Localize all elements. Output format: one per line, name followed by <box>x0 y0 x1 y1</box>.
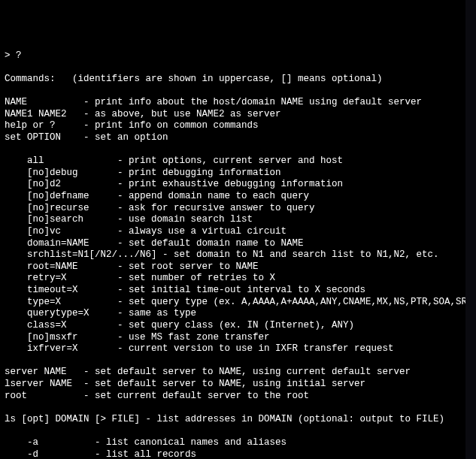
commands-list-2: server NAME - set default server to NAME… <box>5 367 471 402</box>
help-row: [no]defname - append domain name to each… <box>5 191 471 203</box>
help-row: all - print options, current server and … <box>5 156 471 168</box>
scrollbar[interactable] <box>465 0 476 459</box>
help-row: class=X - set query class (ex. IN (Inter… <box>5 320 471 332</box>
ls-options-list: -a - list canonical names and aliases -d… <box>5 437 471 459</box>
help-row: server NAME - set default server to NAME… <box>5 367 471 379</box>
help-row: NAME1 NAME2 - as above, but use NAME2 as… <box>5 109 471 121</box>
help-row: [no]vc - always use a virtual circuit <box>5 226 471 238</box>
commands-header: Commands: (identifiers are shown in uppe… <box>5 74 471 86</box>
help-row: -a - list canonical names and aliases <box>5 437 471 449</box>
prompt-help: > ? <box>5 50 471 62</box>
help-row: [no]d2 - print exhaustive debugging info… <box>5 179 471 191</box>
help-row: [no]debug - print debugging information <box>5 168 471 180</box>
options-list: all - print options, current server and … <box>5 156 471 355</box>
help-row: srchlist=N1[/N2/.../N6] - set domain to … <box>5 249 471 261</box>
help-row: set OPTION - set an option <box>5 132 471 144</box>
help-row: NAME - print info about the host/domain … <box>5 97 471 109</box>
commands-list: NAME - print info about the host/domain … <box>5 97 471 144</box>
help-row: -d - list all records <box>5 449 471 459</box>
help-row: type=X - set query type (ex. A,AAAA,A+AA… <box>5 297 471 309</box>
help-row: [no]recurse - ask for recursive answer t… <box>5 203 471 215</box>
help-row: help or ? - print info on common command… <box>5 120 471 132</box>
help-row: lserver NAME - set default server to NAM… <box>5 379 471 391</box>
help-row: ixfrver=X - current version to use in IX… <box>5 343 471 355</box>
help-row: querytype=X - same as type <box>5 308 471 320</box>
help-row: root - set current default server to the… <box>5 391 471 403</box>
help-row: [no]msxfr - use MS fast zone transfer <box>5 332 471 344</box>
help-row: root=NAME - set root server to NAME <box>5 261 471 273</box>
help-row: domain=NAME - set default domain name to… <box>5 238 471 250</box>
help-row: timeout=X - set initial time-out interva… <box>5 285 471 297</box>
help-row: retry=X - set number of retries to X <box>5 273 471 285</box>
ls-header: ls [opt] DOMAIN [> FILE] - list addresse… <box>5 414 471 426</box>
help-row: [no]search - use domain search list <box>5 214 471 226</box>
